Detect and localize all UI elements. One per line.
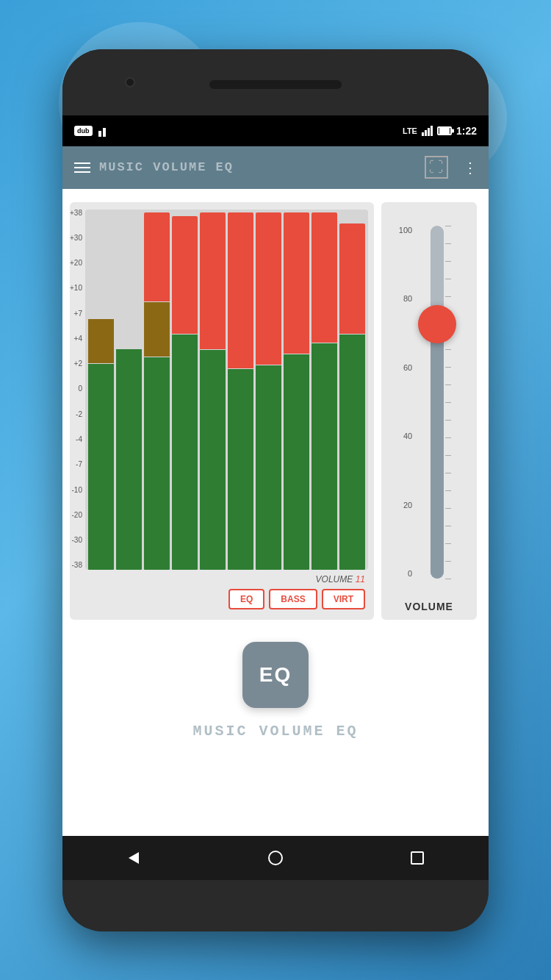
volume-tick bbox=[445, 490, 451, 491]
eq-bar-col bbox=[284, 212, 309, 570]
volume-tick bbox=[445, 420, 451, 421]
eq-panel: +38+30+20+10+7+4+20-2-4-7-10-20-30-38 VO… bbox=[70, 202, 374, 620]
eq-bar-red bbox=[200, 212, 226, 350]
volume-slider-area[interactable] bbox=[415, 226, 459, 579]
virt-btn[interactable]: VIRT bbox=[322, 589, 365, 609]
eq-big-button[interactable]: EQ bbox=[242, 642, 309, 708]
footer-title: MUSIC VOLUME EQ bbox=[62, 715, 489, 754]
eq-y-label: -10 bbox=[70, 487, 82, 494]
eq-bar-green bbox=[256, 365, 281, 569]
clock: 1:22 bbox=[456, 125, 477, 137]
eq-bar-red bbox=[311, 212, 337, 343]
eq-bar-red bbox=[228, 212, 253, 369]
battery-icon bbox=[437, 126, 452, 135]
eq-bar-col bbox=[172, 212, 198, 570]
volume-label: VOLUME bbox=[405, 601, 453, 612]
phone-frame: dub LTE 1:22 MUSIC VOLUME EQ ⛶ bbox=[62, 49, 489, 931]
dub-icon: dub bbox=[74, 126, 93, 136]
volume-y-label: 80 bbox=[399, 294, 412, 303]
svg-marker-0 bbox=[129, 852, 139, 864]
volume-tick bbox=[445, 508, 451, 509]
bass-btn[interactable]: BASS bbox=[269, 589, 317, 609]
eq-bar-col bbox=[88, 212, 114, 570]
eq-bar-col bbox=[339, 212, 365, 570]
eq-y-label: -4 bbox=[70, 436, 82, 443]
volume-tick bbox=[445, 243, 451, 244]
eq-y-label: +7 bbox=[70, 310, 82, 318]
eq-bar-orange bbox=[88, 319, 114, 363]
eq-bar-green bbox=[311, 343, 337, 569]
volume-panel: 100806040200 VOLUME bbox=[381, 202, 477, 620]
volume-tick bbox=[445, 349, 451, 350]
phone-top-hardware bbox=[62, 49, 489, 115]
more-options-icon[interactable]: ⋮ bbox=[463, 159, 477, 176]
volume-track-fill bbox=[431, 332, 444, 579]
home-button[interactable] bbox=[265, 848, 286, 868]
eq-bar-green bbox=[116, 349, 142, 570]
app-toolbar: MUSIC VOLUME EQ ⛶ ⋮ bbox=[62, 146, 489, 189]
eq-bar-green bbox=[339, 335, 365, 570]
volume-tick bbox=[445, 543, 451, 544]
volume-tick bbox=[445, 261, 451, 262]
eq-bar-col bbox=[116, 212, 142, 570]
svg-rect-2 bbox=[411, 852, 423, 864]
eq-big-button-row: EQ bbox=[62, 627, 489, 715]
eq-bar-red bbox=[144, 212, 170, 301]
eq-chart bbox=[85, 210, 368, 570]
eq-bar-col bbox=[256, 212, 281, 570]
active-apps-icon bbox=[98, 125, 106, 137]
phone-bottom-hardware bbox=[62, 880, 489, 931]
eq-bar-green bbox=[228, 369, 253, 569]
volume-tick bbox=[445, 526, 451, 526]
eq-bar-orange bbox=[144, 302, 170, 357]
volume-y-label: 40 bbox=[399, 432, 412, 440]
volume-thumb[interactable] bbox=[418, 305, 456, 343]
volume-track bbox=[431, 226, 444, 579]
eq-y-label: +4 bbox=[70, 335, 82, 343]
volume-tick bbox=[445, 473, 451, 473]
volume-y-label: 60 bbox=[399, 363, 412, 372]
eq-bar-col bbox=[144, 212, 170, 570]
eq-buttons: EQBASSVIRT bbox=[228, 589, 365, 609]
volume-y-label: 20 bbox=[399, 501, 412, 509]
main-panel: +38+30+20+10+7+4+20-2-4-7-10-20-30-38 VO… bbox=[62, 189, 489, 627]
eq-bar-green bbox=[284, 354, 309, 570]
eq-y-label: +38 bbox=[70, 210, 82, 217]
volume-tick bbox=[445, 437, 451, 438]
fullscreen-icon[interactable]: ⛶ bbox=[425, 156, 448, 179]
eq-bar-green bbox=[200, 350, 226, 569]
volume-tick bbox=[445, 296, 451, 297]
eq-y-label: +30 bbox=[70, 235, 82, 242]
status-bar: dub LTE 1:22 bbox=[62, 115, 489, 146]
status-left: dub bbox=[74, 125, 106, 137]
eq-y-label: 0 bbox=[70, 385, 82, 393]
eq-bar-red bbox=[256, 212, 281, 365]
svg-point-1 bbox=[269, 851, 282, 865]
eq-y-label: -2 bbox=[70, 411, 82, 418]
eq-y-label: +2 bbox=[70, 360, 82, 368]
volume-tick bbox=[445, 455, 451, 456]
eq-inner: +38+30+20+10+7+4+20-2-4-7-10-20-30-38 bbox=[70, 210, 368, 570]
eq-bar-green bbox=[144, 357, 170, 570]
volume-tick bbox=[445, 561, 451, 562]
app-content: +38+30+20+10+7+4+20-2-4-7-10-20-30-38 VO… bbox=[62, 189, 489, 836]
volume-tick bbox=[445, 385, 451, 385]
eq-y-label: +10 bbox=[70, 285, 82, 292]
volume-display: VOLUME 11 bbox=[316, 574, 365, 584]
volume-tick bbox=[445, 367, 451, 368]
recents-button[interactable] bbox=[407, 848, 428, 868]
eq-bar-col bbox=[200, 212, 226, 570]
volume-y-axis: 100806040200 bbox=[399, 226, 412, 579]
eq-y-label: -20 bbox=[70, 512, 82, 519]
lte-indicator: LTE bbox=[403, 126, 417, 135]
bottom-nav bbox=[62, 836, 489, 880]
eq-btn[interactable]: EQ bbox=[228, 589, 264, 609]
eq-y-label: -7 bbox=[70, 461, 82, 468]
eq-bottom: VOLUME 11 EQBASSVIRT bbox=[70, 570, 368, 612]
hamburger-menu-icon[interactable] bbox=[74, 162, 90, 173]
back-button[interactable] bbox=[123, 848, 144, 868]
volume-tick bbox=[445, 279, 451, 279]
eq-bar-red bbox=[339, 223, 365, 334]
volume-track-container: 100806040200 bbox=[387, 210, 471, 595]
signal-icon bbox=[422, 126, 433, 136]
